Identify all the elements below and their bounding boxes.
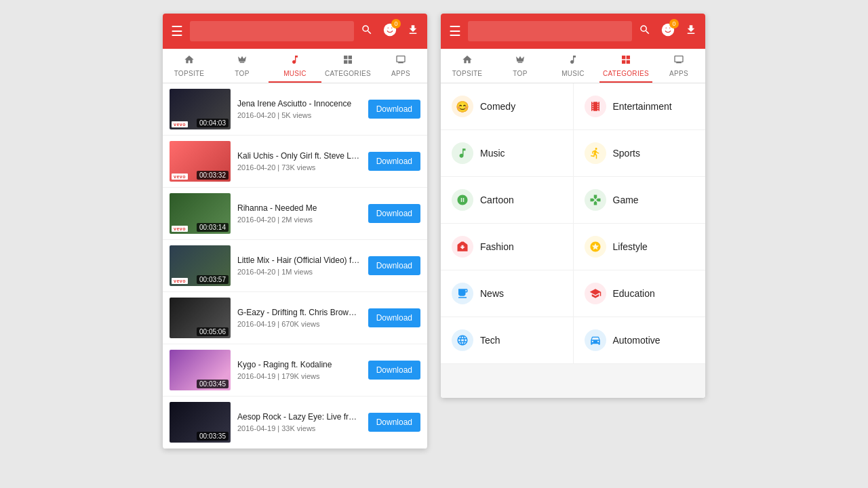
right-search-icon[interactable] xyxy=(639,24,651,39)
right-tab-top-label: TOP xyxy=(513,70,527,77)
fashion-icon xyxy=(452,236,473,258)
left-header: ☰ 0 xyxy=(163,14,427,49)
right-tab-categories-label: CATEGORIES xyxy=(603,70,649,77)
category-fashion[interactable]: Fashion xyxy=(441,224,574,270)
left-tab-apps[interactable]: APPS xyxy=(374,49,427,83)
left-search-icon[interactable] xyxy=(361,24,373,39)
category-news[interactable]: News xyxy=(441,270,574,317)
table-row: 00:03:35 Aesop Rock - Lazy Eye: Live fro… xyxy=(163,396,427,449)
left-search-input[interactable] xyxy=(190,21,354,41)
cartoon-icon xyxy=(452,189,473,211)
monitor-icon xyxy=(395,54,406,68)
left-tab-music[interactable]: MUSIC xyxy=(269,49,321,83)
video-meta: 2016-04-19 | 179K views xyxy=(237,372,361,380)
video-info: G-Eazy - Drifting ft. Chris Brown, Tory … xyxy=(237,308,361,329)
category-lifestyle[interactable]: Lifestyle xyxy=(574,224,706,270)
download-button[interactable]: Download xyxy=(368,256,420,275)
left-header-icons: 0 xyxy=(361,22,419,41)
download-button[interactable]: Download xyxy=(368,152,420,171)
left-tab-apps-label: APPS xyxy=(391,70,410,77)
cat-row: Cartoon Game xyxy=(441,177,705,224)
news-icon xyxy=(452,283,473,304)
right-notification-icon[interactable]: 0 xyxy=(660,22,675,41)
left-tab-topsite[interactable]: TOPSITE xyxy=(163,49,216,83)
right-header: ☰ 0 xyxy=(441,14,705,49)
right-tab-topsite-label: TOPSITE xyxy=(452,70,483,77)
video-thumbnail: 00:03:35 xyxy=(170,402,231,443)
category-entertainment[interactable]: Entertainment xyxy=(574,83,706,129)
music-cat-icon xyxy=(452,142,473,164)
download-button[interactable]: Download xyxy=(368,413,420,432)
download-button[interactable]: Download xyxy=(368,361,420,380)
education-label: Education xyxy=(613,288,655,299)
left-tab-top[interactable]: TOP xyxy=(216,49,269,83)
right-tab-top[interactable]: TOP xyxy=(494,49,547,83)
video-title: Rihanna - Needed Me xyxy=(237,203,361,214)
category-music[interactable]: Music xyxy=(441,130,574,176)
video-thumbnail: vevo 00:04:03 xyxy=(170,89,231,129)
category-cartoon[interactable]: Cartoon xyxy=(441,177,574,223)
video-info: Kygo - Raging ft. Kodaline 2016-04-19 | … xyxy=(237,360,361,381)
table-row: 00:05:06 G-Eazy - Drifting ft. Chris Bro… xyxy=(163,292,427,344)
video-thumbnail: vevo 00:03:14 xyxy=(170,193,231,234)
table-row: vevo 00:03:32 Kali Uchis - Only Girl ft.… xyxy=(163,136,427,188)
right-tab-apps[interactable]: APPS xyxy=(652,49,705,83)
download-button[interactable]: Download xyxy=(368,308,420,327)
left-download-icon[interactable] xyxy=(407,24,419,39)
left-tab-categories[interactable]: CATEGORIES xyxy=(321,49,374,83)
video-info: Little Mix - Hair (Official Video) ft. S… xyxy=(237,256,361,277)
video-thumbnail: 00:05:06 xyxy=(170,298,231,338)
music-cat-label: Music xyxy=(480,148,505,159)
music-icon xyxy=(290,54,300,68)
category-comedy[interactable]: 😊 Comedy xyxy=(441,83,574,129)
right-tab-music[interactable]: MUSIC xyxy=(547,49,599,83)
category-sports[interactable]: Sports xyxy=(574,130,706,176)
right-nav-tabs: TOPSITE TOP MUSIC CATEGORIES xyxy=(441,49,705,83)
download-button[interactable]: Download xyxy=(368,204,420,223)
left-tab-top-label: TOP xyxy=(235,70,249,77)
home-icon xyxy=(462,54,473,68)
app-container: ☰ 0 TOPSITE xyxy=(0,0,868,488)
table-row: 00:03:45 Kygo - Raging ft. Kodaline 2016… xyxy=(163,344,427,396)
video-title: Kali Uchis - Only Girl ft. Steve Lacy, V… xyxy=(237,151,361,162)
crown-icon xyxy=(237,54,248,68)
vevo-badge: vevo xyxy=(172,226,188,232)
tech-label: Tech xyxy=(480,335,500,346)
video-thumbnail: vevo 00:03:57 xyxy=(170,245,231,286)
right-tab-topsite[interactable]: TOPSITE xyxy=(441,49,494,83)
category-tech[interactable]: Tech xyxy=(441,317,574,363)
cat-row: Fashion Lifestyle xyxy=(441,224,705,270)
left-notification-icon[interactable]: 0 xyxy=(382,22,397,41)
category-automotive[interactable]: Automotive xyxy=(574,317,706,363)
video-info: Jena Irene Asciutto - Innocence 2016-04-… xyxy=(237,99,361,120)
tech-icon xyxy=(452,329,473,351)
video-meta: 2016-04-19 | 33K views xyxy=(237,424,361,432)
video-duration: 00:03:45 xyxy=(197,380,229,388)
left-phone: ☰ 0 TOPSITE xyxy=(163,14,427,449)
video-duration: 00:03:35 xyxy=(197,432,229,441)
left-menu-icon[interactable]: ☰ xyxy=(171,23,183,39)
fashion-label: Fashion xyxy=(480,241,514,252)
video-info: Aesop Rock - Lazy Eye: Live from the Pec… xyxy=(237,412,361,433)
video-meta: 2016-04-20 | 5K views xyxy=(237,111,361,119)
game-icon xyxy=(585,189,606,211)
vevo-badge: vevo xyxy=(172,278,188,284)
automotive-label: Automotive xyxy=(613,335,660,346)
video-duration: 00:03:14 xyxy=(197,223,229,232)
left-tab-topsite-label: TOPSITE xyxy=(174,70,205,77)
crown-icon xyxy=(515,54,526,68)
video-meta: 2016-04-20 | 2M views xyxy=(237,216,361,224)
grid-icon xyxy=(620,54,631,68)
entertainment-icon xyxy=(585,96,606,117)
download-button[interactable]: Download xyxy=(368,100,420,119)
category-education[interactable]: Education xyxy=(574,270,706,317)
video-duration: 00:03:57 xyxy=(197,275,229,284)
video-duration: 00:03:32 xyxy=(197,171,229,180)
automotive-icon xyxy=(585,329,606,351)
right-search-input[interactable] xyxy=(468,21,632,41)
right-download-icon[interactable] xyxy=(685,24,697,39)
right-tab-categories[interactable]: CATEGORIES xyxy=(599,49,652,83)
right-menu-icon[interactable]: ☰ xyxy=(449,23,461,39)
category-game[interactable]: Game xyxy=(574,177,706,223)
vevo-badge: vevo xyxy=(172,174,188,180)
